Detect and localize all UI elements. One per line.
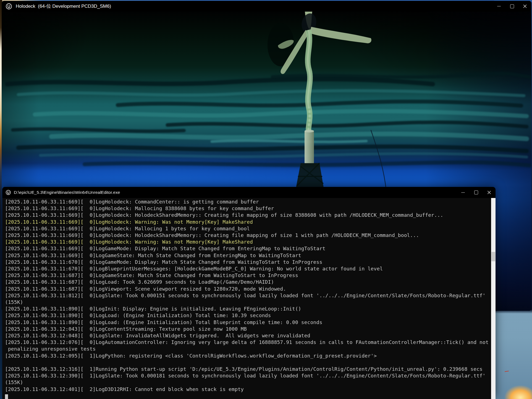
- log-row: [2025.10.11-06.33.12:095][ 1]LogPython: …: [5, 353, 491, 359]
- log-row: [2025.10.11-06.33.12:076][ 0]LogAutomati…: [5, 339, 491, 346]
- log-row: [2025.10.11-06.33.12:390][ 1]LogSlate: T…: [5, 372, 491, 379]
- log-row: [2025.10.11-06.33.11:669][ 0]LogHolodeck…: [5, 205, 491, 212]
- close-icon: [487, 190, 491, 195]
- log-row: [2025.10.11-06.33.11:890][ 0]LogLoad: (E…: [5, 319, 491, 326]
- minimize-icon: [461, 192, 465, 193]
- log-row: [2025.10.11-06.33.11:670][ 0]LogGameMode…: [5, 259, 491, 265]
- console-titlebar[interactable]: D:\epic\UE_5.3\Engine\Binaries\Win64\Unr…: [2, 187, 496, 198]
- log-row: [2025.10.11-06.33.12:401][ 2]LogD3D12RHI…: [5, 386, 491, 393]
- log-row: [2025.10.11-06.33.11:669][ 0]LogGameStat…: [5, 252, 491, 259]
- console-log-output[interactable]: [2025.10.11-06.33.11:669][ 0]LogHolodeck…: [2, 198, 491, 399]
- maximize-button[interactable]: [505, 1, 518, 12]
- log-row: [2025.10.11-06.33.11:669][ 0]LogGameMode…: [5, 245, 491, 252]
- log-row: [2025.10.11-06.33.11:687][ 0]LogGameStat…: [5, 272, 491, 279]
- minimize-button[interactable]: [457, 187, 470, 198]
- log-row: [2025.10.11-06.33.11:669][ 0]LogHolodeck…: [5, 239, 491, 245]
- maximize-icon: [510, 4, 514, 8]
- holodeck-titlebar[interactable]: Holodeck (64-位 Development PCD3D_SM6): [2, 1, 531, 12]
- close-icon: [523, 4, 527, 8]
- holodeck-window-title: Holodeck (64-位 Development PCD3D_SM6): [16, 3, 111, 9]
- log-row: [2025.10.11-06.33.11:670][ 0]LogBlueprin…: [5, 265, 491, 272]
- console-text-cursor: [5, 394, 8, 399]
- holodeck-window-controls: [492, 1, 531, 12]
- log-row: [2025.10.11-06.33.11:669][ 0]LogHolodeck…: [5, 199, 491, 205]
- minimize-icon: [497, 6, 501, 6]
- console-window: D:\epic\UE_5.3\Engine\Binaries\Win64\Unr…: [2, 187, 496, 399]
- log-row: [2025.10.11-06.33.12:043][ 0]LogContentS…: [5, 326, 491, 332]
- log-row: [2025.10.11-06.33.12:316][ 1]Running Pyt…: [5, 366, 491, 372]
- minimize-button[interactable]: [492, 1, 505, 12]
- log-row: [2025.10.11-06.33.11:687][ 0]LogLoad: To…: [5, 279, 491, 285]
- maximize-button[interactable]: [470, 187, 483, 198]
- log-row: [2025.10.11-06.33.11:812][ 0]LogSlate: T…: [5, 292, 491, 299]
- wallpaper-red-streak: [505, 371, 509, 372]
- console-window-controls: [457, 187, 496, 198]
- log-row: [2025.10.11-06.33.11:687][ 0]LogViewport…: [5, 286, 491, 292]
- log-row: [5, 393, 491, 399]
- log-row: [5, 359, 491, 366]
- log-row: [2025.10.11-06.33.11:669][ 0]LogHolodeck…: [5, 225, 491, 232]
- console-scrollbar-thumb[interactable]: [491, 252, 495, 261]
- unreal-engine-logo-icon: [6, 190, 11, 195]
- console-window-title: D:\epic\UE_5.3\Engine\Binaries\Win64\Unr…: [14, 190, 120, 195]
- close-button[interactable]: [483, 187, 496, 198]
- maximize-icon: [474, 191, 478, 194]
- log-row: [2025.10.11-06.33.11:890][ 0]LogInit: Di…: [5, 306, 491, 312]
- unreal-engine-logo-icon: [6, 3, 12, 10]
- log-row: [2025.10.11-06.33.11:890][ 0]LogLoad: (E…: [5, 312, 491, 319]
- console-scrollbar[interactable]: [491, 198, 496, 399]
- log-row: penalizing unresponsive tests: [5, 346, 491, 352]
- close-button[interactable]: [518, 1, 531, 12]
- log-row: (155K): [5, 299, 491, 306]
- log-row: [2025.10.11-06.33.11:669][ 0]LogHolodeck…: [5, 219, 491, 225]
- log-row: (155K): [5, 379, 491, 386]
- log-row: [2025.10.11-06.33.11:669][ 0]LogHolodeck…: [5, 232, 491, 239]
- desktop: { "holodeck_window": { "title": "Holodec…: [0, 0, 532, 399]
- log-row: [2025.10.11-06.33.12:048][ 0]LogSlate: I…: [5, 332, 491, 339]
- log-row: [2025.10.11-06.33.11:669][ 0]LogHolodeck…: [5, 212, 491, 218]
